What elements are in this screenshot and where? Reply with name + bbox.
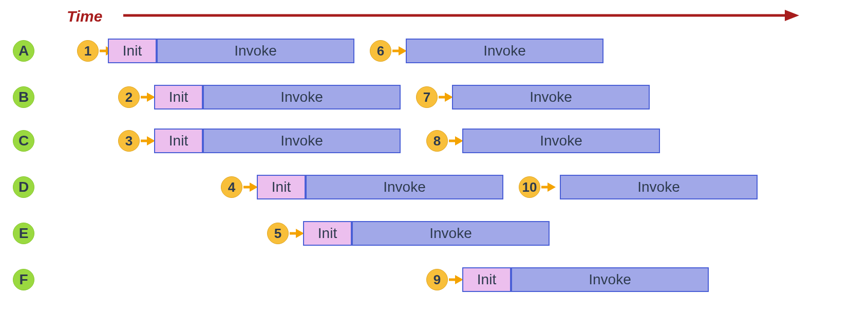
init-phase-box: Init [303, 221, 352, 246]
lane-badge: B [13, 86, 34, 108]
request-badge: 3 [118, 130, 140, 152]
invoke-phase-box: Invoke [452, 85, 650, 109]
request-id-label: 3 [125, 133, 133, 149]
lane-badge-label: E [19, 225, 29, 242]
invoke-phase-label: Invoke [540, 133, 582, 149]
svg-marker-1 [785, 10, 799, 21]
init-phase-label: Init [272, 179, 291, 195]
lane-c: C3InitInvoke8Invoke [0, 129, 868, 154]
request-id-label: 6 [377, 43, 384, 59]
invoke-phase-label: Invoke [483, 43, 526, 59]
init-phase-box: Init [154, 129, 203, 153]
init-phase-label: Init [169, 133, 188, 149]
lane-badge-label: D [18, 179, 29, 195]
lane-a: A1InitInvoke6Invoke [0, 39, 868, 64]
init-phase-box: Init [462, 267, 511, 292]
lane-badge-label: F [19, 271, 28, 288]
lane-badge: E [13, 223, 34, 244]
request-arrow-icon [541, 175, 562, 199]
lane-f: F9InitInvoke [0, 267, 868, 293]
invoke-phase-label: Invoke [234, 43, 277, 59]
request-id-label: 1 [84, 43, 91, 59]
invoke-phase-box: Invoke [462, 129, 660, 153]
invoke-phase-label: Invoke [429, 225, 472, 242]
lane-e: E5InitInvoke [0, 221, 868, 247]
time-axis-arrow [0, 0, 806, 31]
init-phase-label: Init [169, 89, 188, 105]
svg-marker-17 [548, 182, 556, 192]
request-badge: 6 [370, 40, 391, 62]
lane-d: D4InitInvoke10Invoke [0, 175, 868, 200]
request-badge: 1 [77, 40, 99, 62]
request-badge: 10 [519, 176, 540, 198]
invoke-phase-box: Invoke [352, 221, 550, 246]
request-badge: 5 [267, 223, 289, 244]
request-id-label: 2 [125, 89, 133, 105]
request-id-label: 9 [433, 272, 441, 288]
invoke-phase-box: Invoke [157, 39, 354, 63]
lane-b: B2InitInvoke7Invoke [0, 85, 868, 111]
request-id-label: 7 [423, 89, 430, 105]
request-badge: 4 [221, 176, 242, 198]
invoke-phase-box: Invoke [306, 175, 503, 199]
invoke-phase-label: Invoke [280, 89, 323, 105]
request-id-label: 5 [274, 226, 281, 242]
request-id-label: 4 [228, 179, 235, 195]
request-id-label: 10 [522, 179, 537, 195]
lane-badge: F [13, 269, 34, 290]
diagram-stage: Time A1InitInvoke6InvokeB2InitInvoke7Inv… [0, 0, 868, 329]
init-phase-box: Init [257, 175, 306, 199]
init-phase-box: Init [108, 39, 157, 63]
lane-badge: D [13, 176, 34, 198]
invoke-phase-label: Invoke [280, 133, 323, 149]
invoke-phase-label: Invoke [383, 179, 426, 195]
invoke-phase-label: Invoke [589, 271, 631, 288]
invoke-phase-box: Invoke [406, 39, 603, 63]
invoke-phase-box: Invoke [203, 129, 401, 153]
lane-badge: C [13, 130, 34, 152]
lane-badge-label: A [18, 43, 29, 59]
invoke-phase-label: Invoke [530, 89, 572, 105]
init-phase-label: Init [123, 43, 142, 59]
request-badge: 7 [416, 86, 438, 108]
init-phase-label: Init [477, 271, 496, 288]
request-badge: 8 [426, 130, 448, 152]
lane-badge: A [13, 40, 34, 62]
invoke-phase-box: Invoke [511, 267, 709, 292]
request-badge: 9 [426, 269, 448, 290]
request-badge: 2 [118, 86, 140, 108]
request-id-label: 8 [433, 133, 441, 149]
invoke-phase-box: Invoke [203, 85, 401, 109]
init-phase-box: Init [154, 85, 203, 109]
init-phase-label: Init [318, 225, 337, 242]
invoke-phase-box: Invoke [560, 175, 758, 199]
lane-badge-label: B [18, 89, 29, 105]
invoke-phase-label: Invoke [637, 179, 680, 195]
lane-badge-label: C [18, 133, 29, 149]
